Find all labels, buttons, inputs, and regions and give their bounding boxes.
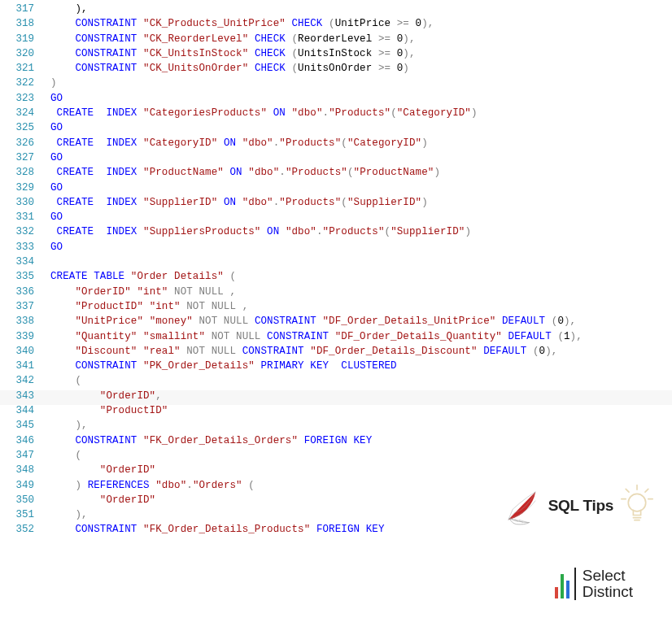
code-line[interactable]: 333GO bbox=[0, 242, 672, 256]
code-content[interactable]: CONSTRAINT "FK_Order_Details_Products" F… bbox=[42, 524, 385, 535]
code-line[interactable]: 350 "OrderID" bbox=[0, 494, 672, 509]
code-content[interactable]: ) bbox=[42, 77, 57, 89]
code-line[interactable]: 348 "OrderID" bbox=[0, 464, 672, 479]
line-number: 340 bbox=[0, 346, 37, 357]
line-number: 347 bbox=[0, 450, 37, 461]
code-line[interactable]: 322) bbox=[0, 77, 672, 92]
code-content[interactable]: CONSTRAINT "PK_Order_Details" PRIMARY KE… bbox=[42, 360, 397, 372]
code-line[interactable]: 337 "ProductID" "int" NOT NULL , bbox=[0, 301, 672, 316]
code-line[interactable]: 344 "ProductID" bbox=[0, 405, 672, 420]
code-line[interactable]: 329GO bbox=[0, 182, 672, 197]
code-content[interactable]: "Discount" "real" NOT NULL CONSTRAINT "D… bbox=[42, 346, 557, 357]
line-number: 351 bbox=[0, 509, 37, 520]
code-content[interactable]: "ProductID" "int" NOT NULL , bbox=[42, 301, 248, 312]
code-line[interactable]: 351 ), bbox=[0, 509, 672, 524]
select-distinct-logo: Select Distinct bbox=[555, 568, 633, 600]
code-content[interactable]: "Quantity" "smallint" NOT NULL CONSTRAIN… bbox=[42, 331, 583, 342]
code-content[interactable]: CONSTRAINT "FK_Order_Details_Orders" FOR… bbox=[42, 435, 372, 446]
code-content[interactable]: CONSTRAINT "CK_Products_UnitPrice" CHECK… bbox=[42, 18, 434, 29]
code-line[interactable]: 320 CONSTRAINT "CK_UnitsInStock" CHECK (… bbox=[0, 48, 672, 63]
code-content[interactable]: CONSTRAINT "CK_UnitsOnOrder" CHECK (Unit… bbox=[42, 63, 409, 74]
code-line[interactable]: 336 "OrderID" "int" NOT NULL , bbox=[0, 286, 672, 301]
code-line[interactable]: 346 CONSTRAINT "FK_Order_Details_Orders"… bbox=[0, 435, 672, 450]
line-number: 317 bbox=[0, 3, 37, 15]
code-line[interactable]: 330 CREATE INDEX "SupplierID" ON "dbo"."… bbox=[0, 197, 672, 211]
line-number: 337 bbox=[0, 301, 37, 312]
code-line[interactable]: 321 CONSTRAINT "CK_UnitsOnOrder" CHECK (… bbox=[0, 63, 672, 77]
code-line[interactable]: 326 CREATE INDEX "CategoryID" ON "dbo"."… bbox=[0, 137, 672, 152]
line-number: 339 bbox=[0, 331, 37, 342]
line-number: 343 bbox=[0, 390, 37, 402]
code-line[interactable]: 317 ), bbox=[0, 3, 672, 18]
code-content[interactable]: CREATE INDEX "SupplierID" ON "dbo"."Prod… bbox=[42, 197, 428, 208]
code-content[interactable]: CREATE INDEX "CategoryID" ON "dbo"."Prod… bbox=[42, 137, 428, 149]
code-content[interactable]: ) REFERENCES "dbo"."Orders" ( bbox=[42, 480, 255, 491]
code-line[interactable]: 332 CREATE INDEX "SuppliersProducts" ON … bbox=[0, 226, 672, 241]
code-line[interactable]: 352 CONSTRAINT "FK_Order_Details_Product… bbox=[0, 524, 672, 538]
code-line[interactable]: 319 CONSTRAINT "CK_ReorderLevel" CHECK (… bbox=[0, 33, 672, 48]
code-line[interactable]: 327GO bbox=[0, 152, 672, 167]
code-content[interactable]: "OrderID", bbox=[42, 390, 162, 402]
code-line[interactable]: 334 bbox=[0, 256, 672, 271]
line-number: 346 bbox=[0, 435, 37, 446]
code-content[interactable]: ), bbox=[42, 3, 88, 15]
code-line[interactable]: 318 CONSTRAINT "CK_Products_UnitPrice" C… bbox=[0, 18, 672, 33]
code-content[interactable]: GO bbox=[42, 122, 63, 133]
line-number: 324 bbox=[0, 107, 37, 119]
code-content[interactable]: ( bbox=[42, 375, 81, 386]
code-line[interactable]: 349 ) REFERENCES "dbo"."Orders" ( bbox=[0, 480, 672, 494]
code-line[interactable]: 341 CONSTRAINT "PK_Order_Details" PRIMAR… bbox=[0, 360, 672, 375]
code-content[interactable]: CREATE INDEX "CategoriesProducts" ON "db… bbox=[42, 107, 478, 119]
code-line[interactable]: 325GO bbox=[0, 122, 672, 137]
code-content[interactable]: ), bbox=[42, 420, 88, 431]
code-content[interactable]: CREATE INDEX "SuppliersProducts" ON "dbo… bbox=[42, 226, 471, 237]
line-number: 327 bbox=[0, 152, 37, 163]
code-line[interactable]: 338 "UnitPrice" "money" NOT NULL CONSTRA… bbox=[0, 316, 672, 330]
code-content[interactable]: GO bbox=[42, 242, 63, 253]
code-content[interactable]: "OrderID" bbox=[42, 464, 155, 476]
code-content[interactable]: CREATE INDEX "ProductName" ON "dbo"."Pro… bbox=[42, 167, 440, 178]
line-number: 344 bbox=[0, 405, 37, 416]
code-line[interactable]: 335CREATE TABLE "Order Details" ( bbox=[0, 271, 672, 285]
code-content[interactable]: GO bbox=[42, 211, 63, 223]
code-line[interactable]: 331GO bbox=[0, 211, 672, 226]
line-number: 332 bbox=[0, 226, 37, 237]
line-number: 338 bbox=[0, 316, 37, 327]
line-number: 345 bbox=[0, 420, 37, 431]
line-number: 322 bbox=[0, 77, 37, 89]
line-number: 330 bbox=[0, 197, 37, 208]
code-line[interactable]: 339 "Quantity" "smallint" NOT NULL CONST… bbox=[0, 331, 672, 346]
code-content[interactable]: "OrderID" bbox=[42, 494, 155, 506]
line-number: 349 bbox=[0, 480, 37, 491]
code-content[interactable]: GO bbox=[42, 182, 63, 194]
code-line[interactable]: 343 "OrderID", bbox=[0, 390, 672, 405]
line-number: 329 bbox=[0, 182, 37, 194]
code-content[interactable]: CREATE TABLE "Order Details" ( bbox=[42, 271, 236, 282]
code-content[interactable]: "UnitPrice" "money" NOT NULL CONSTRAINT … bbox=[42, 316, 576, 327]
code-editor[interactable]: 317 ),318 CONSTRAINT "CK_Products_UnitPr… bbox=[0, 0, 672, 539]
code-line[interactable]: 323GO bbox=[0, 93, 672, 107]
code-content[interactable]: GO bbox=[42, 93, 63, 104]
line-number: 319 bbox=[0, 33, 37, 45]
bars-icon bbox=[555, 569, 569, 598]
line-number: 328 bbox=[0, 167, 37, 178]
line-number: 348 bbox=[0, 464, 37, 476]
code-content[interactable]: ( bbox=[42, 450, 81, 461]
line-number: 334 bbox=[0, 256, 37, 268]
code-line[interactable]: 340 "Discount" "real" NOT NULL CONSTRAIN… bbox=[0, 346, 672, 360]
code-line[interactable]: 345 ), bbox=[0, 420, 672, 434]
code-content[interactable]: "ProductID" bbox=[42, 405, 168, 416]
code-content[interactable]: GO bbox=[42, 152, 63, 163]
code-line[interactable]: 347 ( bbox=[0, 450, 672, 464]
line-number: 333 bbox=[0, 242, 37, 253]
select-distinct-text: Select Distinct bbox=[574, 568, 633, 600]
code-content[interactable]: "OrderID" "int" NOT NULL , bbox=[42, 286, 236, 298]
code-content[interactable]: CONSTRAINT "CK_UnitsInStock" CHECK (Unit… bbox=[42, 48, 416, 59]
code-content[interactable]: ), bbox=[42, 509, 88, 520]
code-line[interactable]: 324 CREATE INDEX "CategoriesProducts" ON… bbox=[0, 107, 672, 122]
code-line[interactable]: 342 ( bbox=[0, 375, 672, 390]
line-number: 331 bbox=[0, 211, 37, 223]
code-line[interactable]: 328 CREATE INDEX "ProductName" ON "dbo".… bbox=[0, 167, 672, 181]
code-content[interactable]: CONSTRAINT "CK_ReorderLevel" CHECK (Reor… bbox=[42, 33, 416, 45]
line-number: 342 bbox=[0, 375, 37, 386]
